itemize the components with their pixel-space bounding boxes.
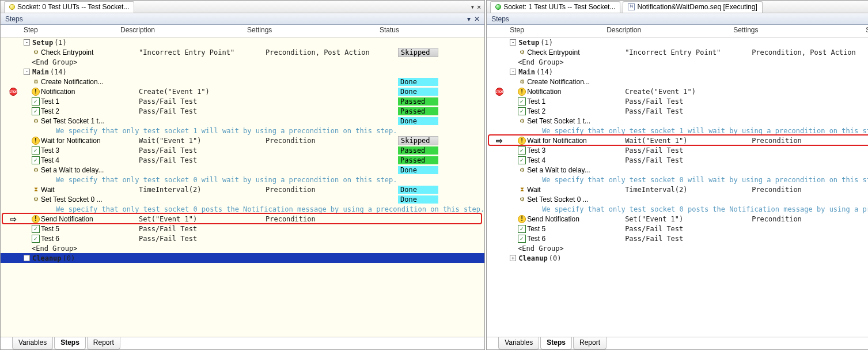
step-row[interactable]: -Main (14)	[1, 67, 484, 77]
step-row[interactable]: ⚙Check Entrypoint"Incorrect Entry Point"…	[1, 47, 484, 57]
step-row[interactable]: !Wait for NotificationWait("Event 1")Pre…	[1, 136, 484, 145]
expand-toggle-icon[interactable]: -	[510, 39, 516, 46]
step-row[interactable]: ✓Test 3Pass/Fail Test	[487, 145, 868, 155]
status-dot-icon	[495, 4, 501, 10]
expand-toggle-icon[interactable]: +	[510, 255, 516, 261]
step-row[interactable]: ⚙Set Test Socket 1 t...Done	[1, 116, 484, 126]
col-status[interactable]: Status	[861, 25, 868, 37]
step-description: Pass/Fail Test	[625, 107, 752, 115]
step-row[interactable]: ✓Test 4Pass/Fail Test	[487, 155, 868, 165]
step-row[interactable]: ⧗WaitTimeInterval(2)PreconditionDone	[1, 185, 484, 194]
dropdown-icon[interactable]: ▾	[467, 15, 471, 23]
step-row[interactable]: We specify that only test socket 1 will …	[487, 126, 868, 136]
step-description: Pass/Fail Test	[625, 225, 752, 233]
tab-socket-1[interactable]: Socket: 1 Test UUTs -- Test Socket...	[490, 1, 620, 13]
step-row[interactable]: ⇨!Wait for NotificationWait("Event 1")Pr…	[487, 136, 868, 145]
passfail-icon: ✓	[32, 97, 40, 106]
passfail-icon: ✓	[518, 235, 526, 243]
expand-toggle-icon[interactable]: -	[510, 69, 516, 75]
close-icon[interactable]: ✕	[477, 3, 481, 11]
step-row[interactable]: ⚙Set Test Socket 0 ...	[487, 194, 868, 204]
step-row[interactable]: ✓Test 1Pass/Fail TestPassed	[487, 96, 868, 106]
passfail-icon: ✓	[518, 97, 526, 106]
step-row[interactable]: <End Group>	[1, 57, 484, 67]
breakpoint-icon[interactable]: STOP	[9, 88, 17, 96]
col-desc[interactable]: Description	[602, 25, 729, 37]
tab-socket-0[interactable]: Socket: 0 Test UUTs -- Test Socket...	[4, 1, 134, 13]
steps-body[interactable]: -Setup (1)⚙Check Entrypoint"Incorrect En…	[1, 37, 484, 337]
step-row[interactable]: ✓Test 5Pass/Fail Test	[487, 224, 868, 234]
step-row[interactable]: <End Group>	[487, 243, 868, 253]
step-row[interactable]: -Setup (1)	[487, 37, 868, 47]
step-row[interactable]: +Cleanup (0)	[1, 253, 484, 263]
tab-steps[interactable]: Steps	[540, 337, 572, 349]
step-name: ✓Test 2	[24, 107, 139, 115]
col-settings[interactable]: Settings	[729, 25, 861, 37]
status-dot-icon	[9, 4, 15, 10]
step-row[interactable]: +Cleanup (0)	[487, 253, 868, 263]
step-row[interactable]: ✓Test 3Pass/Fail TestPassed	[1, 145, 484, 155]
step-row[interactable]: ⚙Create Notification...Done	[487, 77, 868, 86]
step-row[interactable]: ✓Test 2Pass/Fail TestPassed	[487, 106, 868, 116]
step-description: TimeInterval(2)	[625, 186, 752, 194]
tab-sequence-file[interactable]: Notification&WaitDemo.seq [Executing]	[623, 1, 762, 13]
step-row[interactable]: ✓Test 6Pass/Fail Test	[487, 234, 868, 243]
step-row[interactable]: ✓Test 5Pass/Fail Test	[1, 224, 484, 234]
step-status: Passed	[398, 97, 438, 106]
step-description: Set("Event 1")	[625, 215, 752, 223]
step-row[interactable]: ⚙Set Test Socket 0 ...Done	[1, 194, 484, 204]
steps-body[interactable]: -Setup (1)⚙Check Entrypoint"Incorrect En…	[487, 37, 868, 337]
step-name: ✓Test 1	[24, 97, 139, 106]
step-row[interactable]: We specify that only test socket 0 posts…	[487, 204, 868, 214]
step-status: Passed	[398, 156, 438, 164]
tab-report[interactable]: Report	[573, 337, 607, 349]
step-settings: Precondition	[752, 186, 868, 194]
step-row[interactable]: ⇨!Send NotificationSet("Event 1")Precond…	[1, 214, 484, 224]
expand-toggle-icon[interactable]: +	[24, 255, 30, 261]
steps-header: Steps ▾✕	[487, 13, 868, 25]
step-row[interactable]: <End Group>	[487, 57, 868, 67]
expand-toggle-icon[interactable]: -	[24, 39, 30, 46]
step-row[interactable]: ⚙Set Test Socket 1 t...Done	[487, 116, 868, 126]
step-row[interactable]: ⚙Create Notification...Done	[1, 77, 484, 86]
tab-variables[interactable]: Variables	[498, 337, 539, 349]
step-row[interactable]: ✓Test 2Pass/Fail TestPassed	[1, 106, 484, 116]
tab-variables[interactable]: Variables	[12, 337, 53, 349]
step-description: Wait("Event 1")	[139, 137, 266, 145]
tab-steps[interactable]: Steps	[54, 337, 86, 349]
step-row[interactable]: ✓Test 4Pass/Fail TestPassed	[1, 155, 484, 165]
step-row[interactable]: ✓Test 1Pass/Fail TestPassed	[1, 96, 484, 106]
col-step[interactable]: Step	[487, 25, 602, 37]
step-row[interactable]: ⚙Check Entrypoint"Incorrect Entry Point"…	[487, 47, 868, 57]
step-row[interactable]: <End Group>	[1, 243, 484, 253]
step-description: Pass/Fail Test	[139, 107, 266, 115]
step-row[interactable]: -Setup (1)	[1, 37, 484, 47]
step-row[interactable]: We specify that only test socket 0 posts…	[1, 204, 484, 214]
step-row[interactable]: STOP!NotificationCreate("Event 1")Done	[1, 86, 484, 96]
step-row[interactable]: ⧗WaitTimeInterval(2)Precondition	[487, 185, 868, 194]
breakpoint-icon[interactable]: STOP	[495, 88, 503, 96]
step-row[interactable]: STOP!NotificationCreate("Event 1")Done	[487, 86, 868, 96]
step-row[interactable]: We specify that only test socket 0 will …	[487, 175, 868, 185]
pin-icon[interactable]: ▾	[471, 3, 475, 11]
step-row[interactable]: We specify that only test socket 0 will …	[1, 175, 484, 185]
step-row[interactable]: ⚙Set a Wait to delay...Done	[1, 165, 484, 175]
comment-text: We specify that only test socket 0 will …	[24, 176, 397, 184]
tab-bar: Socket: 1 Test UUTs -- Test Socket... No…	[487, 1, 868, 13]
col-step[interactable]: Step	[1, 25, 116, 37]
col-settings[interactable]: Settings	[242, 25, 375, 37]
col-desc[interactable]: Description	[116, 25, 242, 37]
tab-report[interactable]: Report	[87, 337, 120, 349]
expand-toggle-icon[interactable]: -	[24, 69, 30, 75]
step-row[interactable]: -Main (14)	[487, 67, 868, 77]
pane-socket-1: Socket: 1 Test UUTs -- Test Socket... No…	[486, 0, 868, 350]
step-name: <End Group>	[510, 58, 625, 66]
step-row[interactable]: ⚙Set a Wait to delay...	[487, 165, 868, 175]
close-panel-icon[interactable]: ✕	[474, 15, 480, 23]
step-row[interactable]: !Send NotificationSet("Event 1")Precondi…	[487, 214, 868, 224]
col-status[interactable]: Status	[375, 25, 484, 37]
step-row[interactable]: We specify that only test socket 1 will …	[1, 126, 484, 136]
step-row[interactable]: ✓Test 6Pass/Fail Test	[1, 234, 484, 243]
sequence-file-icon	[628, 3, 635, 10]
action-icon: ⚙	[32, 117, 40, 125]
